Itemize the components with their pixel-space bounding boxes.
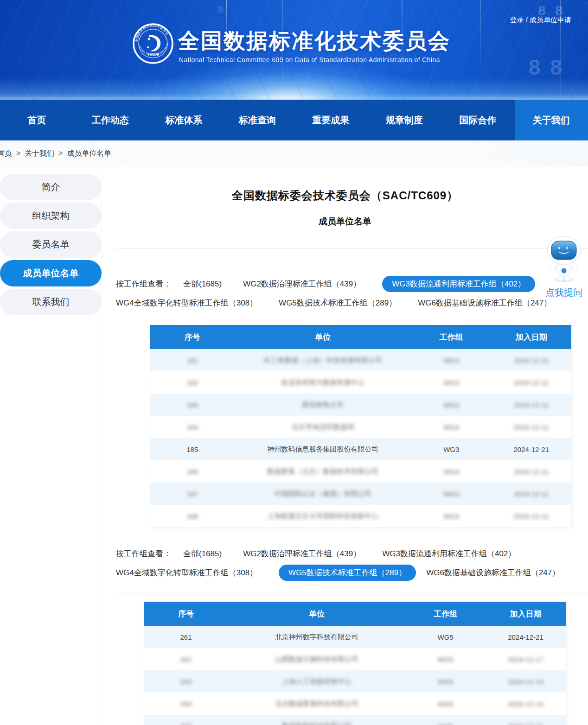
- table-row[interactable]: 188 上海航展北京大学国际科技创新中心 WG3 2024-12-11: [150, 505, 571, 527]
- row-workgroup: WG5: [405, 626, 486, 648]
- row-join-date: 2024-12-13: [486, 693, 566, 715]
- workgroup-filter-option[interactable]: WG2数据治理标准工作组（439）: [243, 546, 361, 562]
- workgroup-filter-option[interactable]: 全部(1685): [183, 276, 222, 292]
- row-unit: 北京数据要素科技有限公司: [228, 693, 405, 715]
- row-number: 187: [150, 483, 235, 505]
- row-number: 186: [150, 460, 235, 483]
- row-unit: 山西数据大脑科技有限公司: [228, 648, 405, 670]
- sidebar-item[interactable]: 简介: [0, 174, 102, 200]
- row-join-date: 2024-12-13: [486, 670, 566, 693]
- sidebar: 简介组织架构委员名单成员单位名单联系我们: [0, 167, 102, 725]
- row-number: 262: [144, 648, 228, 670]
- table-row[interactable]: 261 北京神州数字科技有限公司 WG5 2024-12-21: [144, 626, 566, 648]
- workgroup-filter-option[interactable]: WG3数据流通利用标准工作组（402）: [382, 546, 516, 562]
- banner-decor-line: [480, 0, 481, 65]
- table-header-cell: 工作组: [411, 325, 492, 349]
- row-unit: 上海航展北京大学国际科技创新中心: [235, 505, 411, 527]
- table-header-cell: 序号: [144, 602, 228, 626]
- nav-item[interactable]: 规章制度: [368, 100, 441, 140]
- workgroup-filter-option[interactable]: WG5数据技术标准工作组（289）: [279, 295, 396, 311]
- breadcrumb-item[interactable]: 首页: [0, 149, 12, 159]
- row-unit: 上海人工智能研发中心: [228, 670, 405, 693]
- table-row[interactable]: 264 北京数据要素科技有限公司 WG5 2024-12-13: [144, 693, 566, 715]
- table-header-cell: 加入日期: [491, 325, 571, 349]
- table-row[interactable]: 181 长三角数据（上海）科技发展有限公司 WG3 2024-12-11: [150, 349, 571, 371]
- workgroup-filter-option[interactable]: WG4全域数字化转型标准工作组（308）: [116, 295, 257, 311]
- nav-item[interactable]: 标准查询: [221, 100, 294, 140]
- row-unit: 西安邮电大学: [235, 394, 411, 416]
- table-row[interactable]: 186 数据要素（北京）数据技术有限公司 WG3 2024-12-11: [150, 460, 571, 483]
- page-title: 全国数据标委会技术委员会（SAC/TC609）: [102, 188, 588, 203]
- member-table-wg3: 序号单位工作组加入日期 181 长三角数据（上海）科技发展有限公司 WG3 20…: [150, 325, 571, 527]
- robot-mascot-icon[interactable]: [545, 235, 582, 283]
- table-row[interactable]: 187 中国国际认证（集团）有限公司 WG3 2024-12-11: [150, 483, 571, 505]
- row-workgroup: WG3: [411, 416, 492, 438]
- row-join-date: 2024-12-11: [491, 349, 571, 371]
- row-join-date: 2024-12-11: [491, 483, 571, 505]
- logo-tc609-text: TC609: [147, 52, 159, 57]
- row-join-date: 2024-12-17: [486, 648, 566, 670]
- row-join-date: 2024-12-21: [491, 438, 571, 460]
- tc609-logo: 全国数据标准化技术委员会 NATIONAL TECHNICAL COMMITTE…: [133, 23, 173, 66]
- assistant-widget[interactable]: 点我提问: [541, 235, 587, 299]
- sidebar-item[interactable]: 组织架构: [0, 203, 102, 229]
- workgroup-filter-1: 按工作组查看： 全部(1685)WG2数据治理标准工作组（439）WG3数据流通…: [102, 276, 588, 311]
- table-row[interactable]: 185 神州数码信息服务集团股份有限公司 WG3 2024-12-21: [150, 438, 571, 460]
- nav-item[interactable]: 国际合作: [441, 100, 515, 140]
- sidebar-item[interactable]: 委员名单: [0, 231, 102, 258]
- nav-item[interactable]: 重要成果: [294, 100, 368, 140]
- row-workgroup: WG5: [405, 670, 486, 693]
- table-row[interactable]: 184 北京市海淀区数据局 WG3 2024-12-11: [150, 416, 571, 438]
- workgroup-filter-option[interactable]: WG6数据基础设施标准工作组（247）: [426, 565, 560, 581]
- row-number: 181: [150, 349, 235, 371]
- sidebar-item[interactable]: 联系我们: [0, 289, 102, 315]
- site-title: 全国数据标准化技术委员会: [178, 27, 451, 56]
- divider: [116, 592, 588, 592]
- workgroup-filter-option[interactable]: WG6数据基础设施标准工作组（247）: [418, 295, 551, 311]
- row-workgroup: WG3: [411, 460, 492, 483]
- row-join-date: 2024-12-21: [486, 626, 566, 648]
- row-number: 188: [150, 505, 235, 527]
- site-subtitle-en: National Technical Committee 609 on Data…: [179, 56, 440, 64]
- main-nav: 首页工作动态标准体系标准查询重要成果规章制度国际合作关于我们: [0, 100, 588, 140]
- workgroup-filter-option[interactable]: WG2数据治理标准工作组（439）: [243, 276, 361, 292]
- table-row[interactable]: 183 西安邮电大学 WG3 2024-12-11: [150, 394, 571, 416]
- table-header-cell: 工作组: [405, 602, 486, 626]
- breadcrumb-item[interactable]: 关于我们: [12, 149, 54, 159]
- row-workgroup: WG3: [411, 394, 492, 416]
- nav-item[interactable]: 工作动态: [74, 100, 147, 140]
- workgroup-filter-option[interactable]: WG4全域数字化转型标准工作组（308）: [116, 565, 257, 581]
- row-workgroup: WG3: [411, 505, 492, 527]
- table-row[interactable]: 265 数据智能科技有限公司 WG5 2024-12-21: [144, 715, 566, 725]
- workgroup-filter-option[interactable]: 全部(1685): [183, 546, 222, 562]
- nav-item[interactable]: 关于我们: [515, 100, 588, 140]
- row-unit: 农业农村部大数据发展中心: [235, 371, 411, 394]
- table-row[interactable]: 182 农业农村部大数据发展中心 WG3 2024-12-11: [150, 371, 571, 394]
- row-unit: 北京市海淀区数据局: [235, 416, 411, 438]
- table-header-cell: 单位: [235, 325, 411, 349]
- row-workgroup: WG5: [405, 693, 486, 715]
- member-table-wg5: 序号单位工作组加入日期 261 北京神州数字科技有限公司 WG5 2024-12…: [144, 602, 566, 725]
- workgroup-filter-option[interactable]: WG3数据流通利用标准工作组（402）: [382, 276, 535, 292]
- nav-item[interactable]: 标准体系: [147, 100, 221, 140]
- workgroup-filter-option[interactable]: WG5数据技术标准工作组（289）: [279, 565, 416, 581]
- row-join-date: 2024-12-11: [491, 505, 571, 527]
- breadcrumb-item[interactable]: 成员单位名单: [54, 149, 111, 159]
- row-number: 264: [144, 693, 228, 715]
- row-unit: 北京神州数字科技有限公司: [228, 626, 405, 648]
- sidebar-item[interactable]: 成员单位名单: [0, 260, 102, 286]
- table-row[interactable]: 263 上海人工智能研发中心 WG5 2024-12-13: [144, 670, 566, 693]
- row-join-date: 2024-12-11: [491, 460, 571, 483]
- table-row[interactable]: 262 山西数据大脑科技有限公司 WG5 2024-12-17: [144, 648, 566, 670]
- row-number: 261: [144, 626, 228, 648]
- divider: [116, 538, 588, 538]
- ask-me-button[interactable]: 点我提问: [541, 286, 587, 299]
- row-number: 185: [150, 438, 235, 460]
- login-member-apply-link[interactable]: 登录 / 成员单位申请: [510, 16, 571, 25]
- row-join-date: 2024-12-21: [486, 715, 566, 725]
- filter-label: 按工作组查看：: [116, 548, 171, 559]
- banner-decor-digits: 8 8: [529, 55, 564, 80]
- workgroup-filter-2: 按工作组查看： 全部(1685)WG2数据治理标准工作组（439）WG3数据流通…: [102, 546, 588, 581]
- nav-item[interactable]: 首页: [0, 100, 74, 140]
- table-header-cell: 序号: [150, 325, 235, 349]
